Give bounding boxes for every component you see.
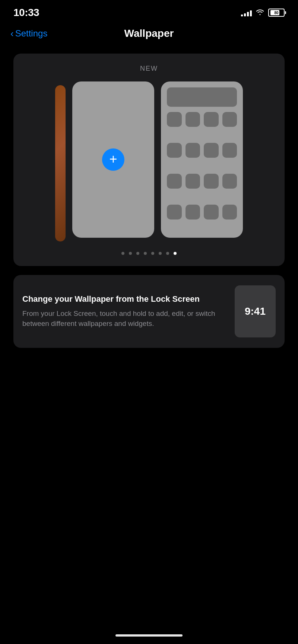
new-label: NEW bbox=[140, 65, 158, 73]
app-icon bbox=[186, 143, 200, 158]
app-icon bbox=[222, 143, 237, 158]
status-bar: 10:33 80 bbox=[0, 0, 298, 22]
page-dot[interactable] bbox=[144, 252, 147, 255]
status-icons: 80 bbox=[241, 9, 285, 17]
info-card: Change your Wallpaper from the Lock Scre… bbox=[13, 275, 285, 348]
home-screen-preview[interactable] bbox=[161, 81, 243, 238]
signal-icon bbox=[241, 9, 252, 16]
app-icon bbox=[222, 205, 237, 220]
app-icon bbox=[167, 143, 182, 158]
page-dot[interactable] bbox=[159, 252, 162, 255]
battery-percent: 80 bbox=[274, 11, 278, 15]
nav-bar: ‹ Settings Wallpaper bbox=[0, 22, 298, 45]
status-time: 10:33 bbox=[13, 7, 39, 19]
lock-screen-preview[interactable]: + bbox=[72, 81, 154, 238]
page-dot[interactable] bbox=[121, 252, 124, 255]
page-dot[interactable] bbox=[136, 252, 139, 255]
plus-icon: + bbox=[109, 153, 117, 166]
back-label: Settings bbox=[15, 28, 48, 39]
app-icon bbox=[204, 174, 219, 189]
info-title: Change your Wallpaper from the Lock Scre… bbox=[22, 294, 226, 305]
app-icon bbox=[186, 174, 200, 189]
lock-screen-time: 9:41 bbox=[245, 305, 266, 317]
wifi-icon bbox=[256, 9, 264, 17]
app-icon bbox=[204, 143, 219, 158]
home-top-bar bbox=[167, 87, 237, 107]
app-icon bbox=[167, 174, 182, 189]
page-dot[interactable] bbox=[129, 252, 132, 255]
app-icon bbox=[167, 112, 182, 127]
back-chevron-icon: ‹ bbox=[10, 28, 14, 39]
app-icon bbox=[204, 112, 219, 127]
lock-screen-thumbnail: 9:41 bbox=[235, 285, 276, 337]
home-app-grid bbox=[167, 112, 237, 232]
add-wallpaper-button[interactable]: + bbox=[102, 148, 124, 171]
page-title: Wallpaper bbox=[124, 28, 174, 39]
app-icon bbox=[186, 205, 200, 220]
home-indicator[interactable] bbox=[115, 634, 183, 637]
app-icon bbox=[167, 205, 182, 220]
info-description: From your Lock Screen, touch and hold to… bbox=[22, 308, 226, 329]
app-icon bbox=[222, 112, 237, 127]
app-icon bbox=[222, 174, 237, 189]
battery-icon: 80 bbox=[268, 9, 285, 17]
app-icon bbox=[186, 112, 200, 127]
wallpaper-card: NEW + bbox=[13, 54, 285, 266]
app-icon bbox=[204, 205, 219, 220]
page-dot[interactable] bbox=[166, 252, 169, 255]
wallpaper-previews: + bbox=[21, 81, 277, 241]
page-dot[interactable] bbox=[151, 252, 154, 255]
back-button[interactable]: ‹ Settings bbox=[10, 28, 47, 39]
side-peek-preview[interactable] bbox=[55, 85, 66, 241]
page-dots bbox=[121, 252, 177, 255]
info-text-block: Change your Wallpaper from the Lock Scre… bbox=[22, 294, 226, 329]
page-dot-active[interactable] bbox=[174, 252, 177, 255]
